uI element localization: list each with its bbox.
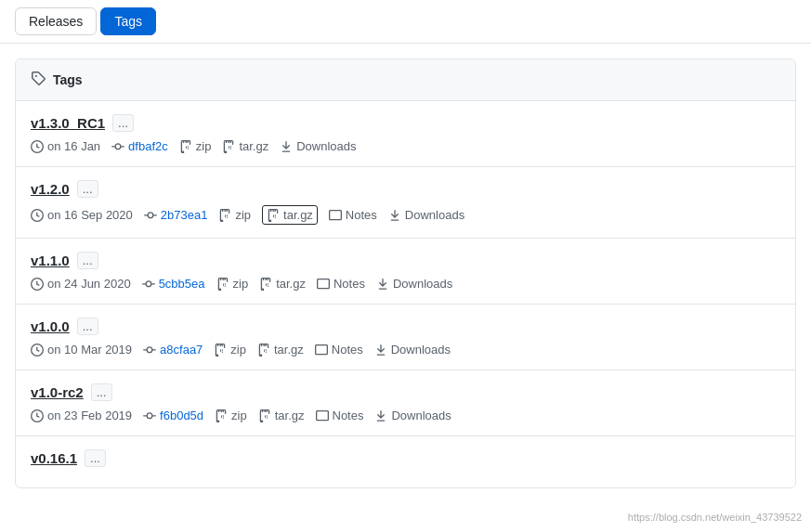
release-title-row: v1.3.0_RC1... [31,114,780,132]
notes-label: Notes [346,208,377,222]
release-dots-button[interactable]: ... [91,383,112,401]
release-date: on 23 Feb 2019 [31,409,132,422]
release-date: on 16 Jan [31,139,100,153]
tags-container: Tags v1.3.0_RC1...on 16 Jandfbaf2cziptar… [15,58,796,488]
release-item: v1.0.0...on 10 Mar 2019a8cfaa7ziptar.gzN… [16,305,795,370]
main-content: Tags v1.3.0_RC1...on 16 Jandfbaf2cziptar… [0,44,811,503]
clock-icon [31,140,44,153]
release-date-text: on 24 Jun 2020 [47,277,131,291]
release-meta-row: on 16 Sep 20202b73ea1ziptar.gzNotesDownl… [31,205,780,225]
release-downloads-link[interactable]: Downloads [388,208,464,222]
downloads-label: Downloads [391,343,451,357]
release-meta-row: on 16 Jandfbaf2cziptar.gzDownloads [31,139,780,153]
release-tar-link[interactable]: tar.gz [262,205,318,225]
release-dots-button[interactable]: ... [77,180,98,198]
release-date: on 16 Sep 2020 [31,208,133,222]
release-dots-button[interactable]: ... [112,114,134,132]
release-item: v0.16.1... [16,436,795,487]
release-item: v1.0-rc2...on 23 Feb 2019f6b0d5dziptar.g… [16,370,795,436]
tags-header: Tags [16,59,795,101]
notes-icon [316,409,329,422]
release-downloads-link[interactable]: Downloads [280,139,356,153]
release-tar-link[interactable]: tar.gz [222,139,268,153]
release-item: v1.2.0...on 16 Sep 20202b73ea1ziptar.gzN… [16,167,795,239]
release-title-row: v0.16.1... [31,449,780,467]
release-tar-link[interactable]: tar.gz [259,277,306,291]
release-name[interactable]: v0.16.1 [31,450,77,466]
release-title-row: v1.0-rc2... [31,383,780,401]
release-notes-link[interactable]: Notes [329,208,377,222]
release-commit: a8cfaa7 [143,343,203,357]
commit-icon [143,344,156,357]
commit-icon [144,209,157,222]
zip-icon [215,409,228,422]
notes-label: Notes [333,409,364,422]
release-downloads-link[interactable]: Downloads [376,277,452,291]
clock-icon [31,409,44,422]
commit-icon [143,409,156,422]
release-hash-link[interactable]: dfbaf2c [128,139,168,153]
release-downloads-link[interactable]: Downloads [374,409,451,422]
downloads-label: Downloads [296,139,356,153]
release-date: on 10 Mar 2019 [31,343,132,357]
clock-icon [31,209,44,222]
tar-icon [222,140,235,153]
release-commit: 2b73ea1 [144,208,208,222]
release-notes-link[interactable]: Notes [316,409,364,422]
release-zip-link[interactable]: zip [216,277,249,291]
release-tar-link[interactable]: tar.gz [258,409,305,422]
release-meta-row: on 10 Mar 2019a8cfaa7ziptar.gzNotesDownl… [31,343,780,357]
release-hash-link[interactable]: 2b73ea1 [161,208,208,222]
tar-label: tar.gz [239,139,268,153]
release-zip-link[interactable]: zip [215,409,247,422]
tar-icon [258,409,271,422]
release-zip-link[interactable]: zip [218,208,251,222]
release-hash-link[interactable]: a8cfaa7 [160,343,203,357]
release-dots-button[interactable]: ... [77,318,98,335]
release-tar-link[interactable]: tar.gz [257,343,304,357]
watermark: https://blog.csdn.net/weixin_43739522 [628,512,802,523]
release-name[interactable]: v1.0.0 [31,318,70,334]
release-date: on 24 Jun 2020 [31,277,131,291]
zip-label: zip [231,409,247,422]
release-name[interactable]: v1.3.0_RC1 [31,115,105,131]
release-notes-link[interactable]: Notes [315,343,363,357]
tar-label: tar.gz [275,409,305,422]
release-dots-button[interactable]: ... [85,449,106,467]
download-icon [376,278,389,291]
tar-icon [259,278,272,291]
notes-icon [315,344,328,357]
zip-icon [214,344,227,357]
release-zip-link[interactable]: zip [214,343,246,357]
release-title-row: v1.1.0... [31,252,780,269]
release-name[interactable]: v1.1.0 [31,253,70,268]
tab-tags[interactable]: Tags [100,7,156,35]
release-date-text: on 23 Feb 2019 [47,409,132,422]
tar-icon [267,209,280,222]
release-title-row: v1.2.0... [31,180,780,198]
zip-icon [179,140,192,153]
tar-icon [257,344,270,357]
release-zip-link[interactable]: zip [179,139,212,153]
release-name[interactable]: v1.2.0 [31,181,70,197]
release-dots-button[interactable]: ... [77,252,98,269]
zip-label: zip [233,277,249,291]
tags-label: Tags [53,72,83,87]
tar-label: tar.gz [276,277,306,291]
release-hash-link[interactable]: f6b0d5d [160,409,203,422]
release-meta-row: on 24 Jun 20205cbb5eaziptar.gzNotesDownl… [31,277,780,291]
release-name[interactable]: v1.0-rc2 [31,384,84,400]
downloads-label: Downloads [393,277,452,291]
release-commit: 5cbb5ea [142,277,205,291]
release-commit: f6b0d5d [143,409,203,422]
notes-icon [329,209,342,222]
release-date-text: on 16 Sep 2020 [47,208,133,222]
commit-icon [142,278,155,291]
release-hash-link[interactable]: 5cbb5ea [159,277,205,291]
tab-releases[interactable]: Releases [15,7,97,35]
release-notes-link[interactable]: Notes [317,277,365,291]
release-meta-row: on 23 Feb 2019f6b0d5dziptar.gzNotesDownl… [31,409,780,422]
clock-icon [31,278,44,291]
release-downloads-link[interactable]: Downloads [374,343,451,357]
download-icon [374,409,387,422]
